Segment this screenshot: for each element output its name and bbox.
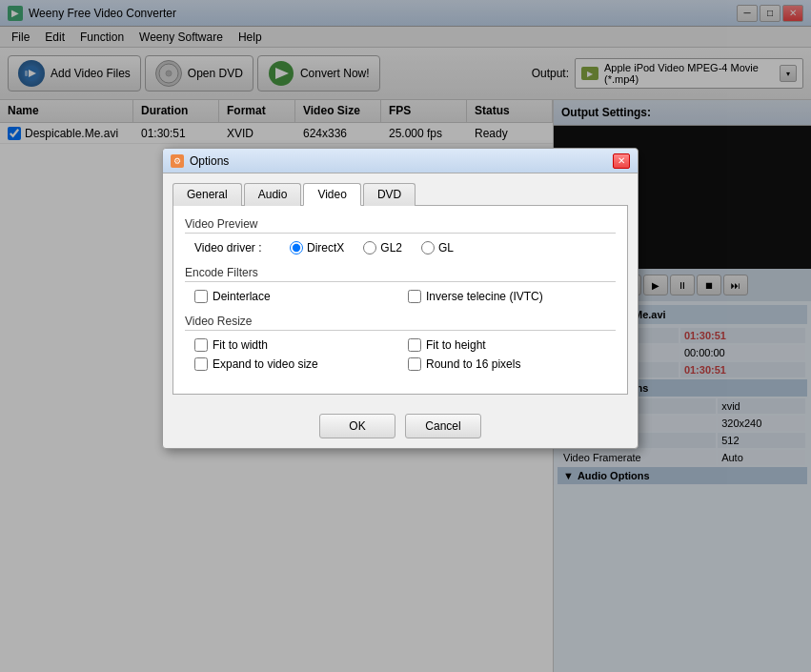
video-resize-grid: Fit to width Fit to height Expand to vid… xyxy=(185,338,616,371)
ivtc-checkbox[interactable] xyxy=(408,290,421,303)
modal-tabs: General Audio Video DVD xyxy=(172,183,628,206)
tab-dvd[interactable]: DVD xyxy=(363,183,416,206)
video-preview-section: Video Preview Video driver : DirectX GL2 xyxy=(185,217,616,255)
tab-content-video: Video Preview Video driver : DirectX GL2 xyxy=(172,205,628,395)
deinterlace-label: Deinterlace xyxy=(213,290,271,303)
modal-footer: OK Cancel xyxy=(163,404,638,448)
options-dialog: ⚙ Options ✕ General Audio Video DVD Vide… xyxy=(162,148,639,449)
driver-directx-radio[interactable] xyxy=(290,241,303,255)
encode-filters-grid: Deinterlace Inverse telecine (IVTC) xyxy=(185,290,616,303)
modal-close-button[interactable]: ✕ xyxy=(613,153,630,169)
driver-gl2-radio[interactable] xyxy=(363,241,376,255)
driver-radio-group: DirectX GL2 GL xyxy=(290,241,454,255)
cancel-button[interactable]: Cancel xyxy=(405,414,481,438)
video-resize-label: Video Resize xyxy=(185,315,616,331)
driver-gl2-label: GL2 xyxy=(380,241,402,255)
deinterlace-option[interactable]: Deinterlace xyxy=(194,290,402,303)
deinterlace-checkbox[interactable] xyxy=(194,290,208,303)
modal-overlay: ⚙ Options ✕ General Audio Video DVD Vide… xyxy=(0,0,811,672)
encode-filters-label: Encode Filters xyxy=(185,266,616,282)
expand-to-video-option[interactable]: Expand to video size xyxy=(194,357,402,371)
video-resize-section: Video Resize Fit to width Fit to height xyxy=(185,315,616,371)
tab-general[interactable]: General xyxy=(172,183,242,206)
fit-to-width-option[interactable]: Fit to width xyxy=(194,338,402,352)
fit-to-height-option[interactable]: Fit to height xyxy=(408,338,616,352)
round-pixels-checkbox[interactable] xyxy=(408,357,421,371)
fit-to-width-label: Fit to width xyxy=(213,338,268,352)
video-preview-label: Video Preview xyxy=(185,217,616,234)
driver-directx-option[interactable]: DirectX xyxy=(290,241,344,255)
driver-directx-label: DirectX xyxy=(307,241,344,255)
modal-icon: ⚙ xyxy=(171,154,184,168)
ok-button[interactable]: OK xyxy=(319,414,395,438)
encode-filters-section: Encode Filters Deinterlace Inverse telec… xyxy=(185,266,616,303)
fit-to-height-label: Fit to height xyxy=(426,338,486,352)
tab-video[interactable]: Video xyxy=(303,183,360,206)
ivtc-label: Inverse telecine (IVTC) xyxy=(426,290,543,303)
expand-to-video-checkbox[interactable] xyxy=(194,357,208,371)
driver-gl-radio[interactable] xyxy=(421,241,435,255)
tab-audio[interactable]: Audio xyxy=(244,183,302,206)
ivtc-option[interactable]: Inverse telecine (IVTC) xyxy=(408,290,616,303)
fit-to-width-checkbox[interactable] xyxy=(194,338,208,352)
driver-row: Video driver : DirectX GL2 xyxy=(185,241,616,255)
driver-label: Video driver : xyxy=(194,241,290,255)
driver-gl-label: GL xyxy=(438,241,454,255)
modal-body: General Audio Video DVD Video Preview Vi… xyxy=(163,173,638,404)
modal-titlebar: ⚙ Options ✕ xyxy=(163,149,638,173)
fit-to-height-checkbox[interactable] xyxy=(408,338,421,352)
modal-title: Options xyxy=(190,154,613,168)
driver-gl-option[interactable]: GL xyxy=(421,241,454,255)
driver-gl2-option[interactable]: GL2 xyxy=(363,241,402,255)
expand-to-video-label: Expand to video size xyxy=(213,357,318,371)
round-pixels-label: Round to 16 pixels xyxy=(426,357,520,371)
round-pixels-option[interactable]: Round to 16 pixels xyxy=(408,357,616,371)
